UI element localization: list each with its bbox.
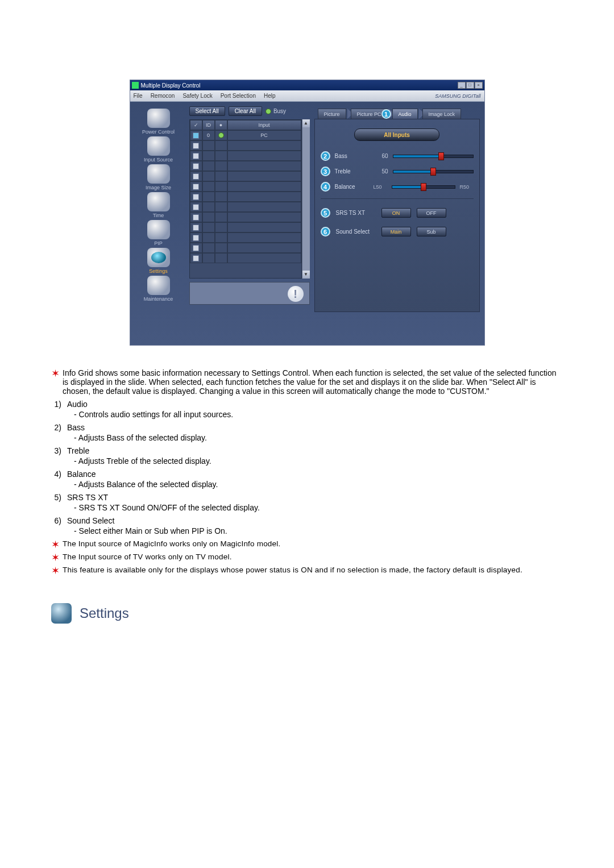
sidebar-item-image-size[interactable]: Image Size [131,164,186,190]
info-grid-panel: Select All Clear All Busy ✓ ID ● Input [187,106,312,340]
tab-image-lock[interactable]: Image Lock [422,109,462,119]
treble-slider[interactable] [393,170,474,173]
row-checkbox[interactable] [193,173,199,180]
settings-tabs: Picture Picture PC 1 Audio Image Lock [314,107,480,119]
sidebar-item-power-control[interactable]: Power Control [131,109,186,135]
row-checkbox[interactable] [193,235,199,241]
table-row[interactable] [190,171,301,181]
tab-audio[interactable]: 1 Audio [392,109,418,119]
sidebar-item-pip[interactable]: PIP [131,220,186,246]
scroll-up-button[interactable]: ▲ [302,119,310,127]
input-source-icon [147,136,170,156]
close-button[interactable]: × [475,82,483,89]
item-desc: - Adjusts Treble of the selected display… [67,456,563,466]
list-number: 1) [51,400,61,409]
list-number: 4) [51,470,61,479]
sidebar-item-settings[interactable]: Settings [131,248,186,274]
item-title: Treble [67,446,563,455]
item-desc: - Controls audio settings for all input … [67,410,563,419]
treble-value: 50 [374,168,388,175]
row-checkbox[interactable] [193,163,199,169]
row-checkbox[interactable] [193,194,199,200]
row-checkbox[interactable] [193,184,199,190]
table-row[interactable] [190,151,301,161]
row-status-icon [218,132,224,138]
item-desc: - Adjusts Balance of the selected displa… [67,480,563,489]
minimize-button[interactable]: _ [458,82,466,89]
all-inputs-button[interactable]: All Inputs [354,128,439,141]
grid-scrollbar[interactable]: ▲ ▼ [302,119,310,279]
callout-4: 4 [321,182,330,192]
row-checkbox[interactable] [193,153,199,159]
table-row[interactable] [190,202,301,212]
busy-dot-icon [265,109,271,114]
menu-port-selection[interactable]: Port Selection [221,93,256,99]
star-icon: ✶ [51,566,59,576]
table-row[interactable] [190,181,301,192]
col-input[interactable]: Input [227,120,301,130]
select-all-button[interactable]: Select All [189,106,225,116]
menubar: File Remocon Safety Lock Port Selection … [130,90,484,102]
table-row[interactable] [190,161,301,171]
table-row[interactable] [190,212,301,222]
sidebar-item-input-source[interactable]: Input Source [131,136,186,163]
row-checkbox[interactable] [193,225,199,231]
sidebar-item-label: Input Source [144,157,173,163]
pip-icon [147,220,170,239]
window-titlebar[interactable]: Multiple Display Control _ □ × [130,80,484,90]
table-row[interactable] [190,222,301,232]
sound-main-button[interactable]: Main [381,227,411,236]
col-status[interactable]: ● [215,120,227,130]
table-row[interactable] [190,192,301,202]
app-icon [132,82,139,89]
slider-thumb[interactable] [421,183,426,191]
slider-thumb[interactable] [438,152,444,160]
list-number: 6) [51,516,61,525]
row-checkbox[interactable] [193,245,199,251]
section-title: Settings [80,605,129,621]
bass-slider[interactable] [393,155,474,158]
balance-row: 4 Balance L50 R50 [321,182,474,192]
menu-safety-lock[interactable]: Safety Lock [182,93,212,99]
sidebar-item-maintenance[interactable]: Maintenance [131,276,186,302]
row-input: PC [227,130,301,140]
grid-header: ✓ ID ● Input [190,120,301,130]
window-title: Multiple Display Control [141,82,201,89]
srs-on-button[interactable]: ON [381,208,411,218]
table-row[interactable] [190,140,301,151]
list-number: 5) [51,493,61,502]
item-title: Sound Select [67,516,563,525]
item-desc: - SRS TS XT Sound ON/OFF of the selected… [67,503,563,512]
slider-thumb[interactable] [430,168,436,176]
maximize-button[interactable]: □ [466,82,474,89]
menu-help[interactable]: Help [264,93,276,99]
balance-slider[interactable] [392,185,455,189]
menu-file[interactable]: File [134,93,143,99]
col-check[interactable]: ✓ [190,120,202,130]
callout-3: 3 [321,167,330,176]
scroll-down-button[interactable]: ▼ [302,271,310,279]
table-row[interactable] [190,243,301,253]
row-checkbox[interactable] [193,143,199,149]
table-row[interactable] [190,253,301,263]
sidebar-item-time[interactable]: Time [131,192,186,218]
srs-off-button[interactable]: OFF [417,208,446,218]
clear-all-button[interactable]: Clear All [229,106,262,116]
row-checkbox[interactable] [193,204,199,210]
tab-picture[interactable]: Picture [318,109,346,119]
sound-sub-button[interactable]: Sub [417,227,446,236]
image-size-icon [147,164,170,184]
star-icon: ✶ [51,553,59,563]
list-number: 3) [51,446,61,455]
sidebar: Power Control Input Source Image Size Ti… [130,106,187,340]
row-checkbox[interactable] [193,132,199,139]
busy-label: Busy [273,108,286,114]
row-checkbox[interactable] [193,214,199,221]
table-row[interactable]: 0 PC [190,130,301,140]
row-checkbox[interactable] [193,255,199,261]
col-id[interactable]: ID [202,120,215,130]
settings-icon [147,248,170,267]
table-row[interactable] [190,232,301,243]
menu-remocon[interactable]: Remocon [151,93,175,99]
note-2: The Input source of TV works only on TV … [63,553,563,561]
